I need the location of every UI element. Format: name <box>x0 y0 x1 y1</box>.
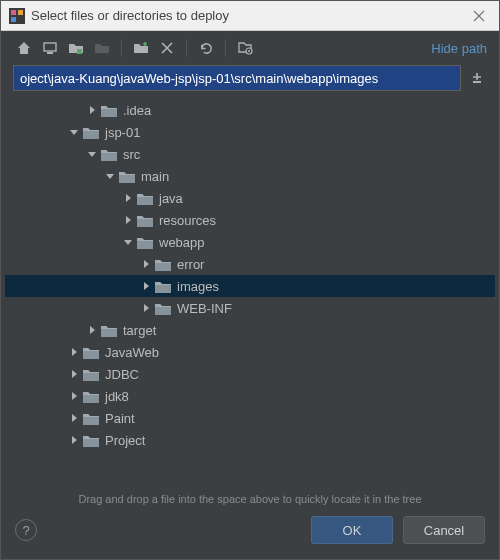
tree-row[interactable]: error <box>5 253 495 275</box>
tree-row-label: jsp-01 <box>105 125 140 140</box>
tree-row[interactable]: .idea <box>5 99 495 121</box>
folder-icon <box>83 125 99 139</box>
tree-row[interactable]: java <box>5 187 495 209</box>
folder-icon <box>137 235 153 249</box>
chevron-right-icon[interactable] <box>139 301 153 315</box>
tree-row[interactable]: Project <box>5 429 495 451</box>
chevron-right-icon[interactable] <box>85 103 99 117</box>
path-input[interactable] <box>13 65 461 91</box>
tree-row-label: JDBC <box>105 367 139 382</box>
home-icon <box>16 40 32 56</box>
chevron-right-icon[interactable] <box>85 323 99 337</box>
show-hidden-icon <box>237 40 253 56</box>
svg-rect-2 <box>18 10 23 15</box>
refresh-icon <box>199 41 214 56</box>
tree-row-label: src <box>123 147 140 162</box>
tree-row[interactable]: jsp-01 <box>5 121 495 143</box>
chevron-right-icon[interactable] <box>67 345 81 359</box>
new-folder-icon <box>133 40 149 56</box>
toolbar-separator <box>186 39 187 57</box>
path-history-button[interactable] <box>467 65 487 91</box>
folder-icon <box>155 257 171 271</box>
show-hidden-button[interactable] <box>234 37 256 59</box>
svg-rect-1 <box>11 10 16 15</box>
chevron-right-icon[interactable] <box>139 279 153 293</box>
folder-icon <box>101 323 117 337</box>
dialog-title: Select files or directories to deploy <box>31 8 461 23</box>
svg-rect-6 <box>47 52 53 54</box>
tree-row-label: images <box>177 279 219 294</box>
tree-row-label: webapp <box>159 235 205 250</box>
new-folder-button[interactable] <box>130 37 152 59</box>
tree-row-label: Paint <box>105 411 135 426</box>
tree-row[interactable]: jdk8 <box>5 385 495 407</box>
close-button[interactable] <box>467 4 491 28</box>
tree-row-label: jdk8 <box>105 389 129 404</box>
chevron-right-icon[interactable] <box>67 389 81 403</box>
folder-icon <box>119 169 135 183</box>
close-icon <box>473 10 485 22</box>
history-icon <box>470 71 484 85</box>
desktop-button[interactable] <box>39 37 61 59</box>
tree-row[interactable]: Paint <box>5 407 495 429</box>
module-folder-button <box>91 37 113 59</box>
folder-icon <box>101 103 117 117</box>
refresh-button[interactable] <box>195 37 217 59</box>
tree-row-label: Project <box>105 433 145 448</box>
chevron-right-icon[interactable] <box>67 367 81 381</box>
hint-text: Drag and drop a file into the space abov… <box>1 485 499 509</box>
tree-row[interactable]: WEB-INF <box>5 297 495 319</box>
file-tree[interactable]: .ideajsp-01srcmainjavaresourceswebapperr… <box>5 97 495 485</box>
folder-icon <box>101 147 117 161</box>
footer: ? OK Cancel <box>1 509 499 559</box>
chevron-right-icon[interactable] <box>67 411 81 425</box>
tree-row[interactable]: JDBC <box>5 363 495 385</box>
chevron-right-icon[interactable] <box>121 191 135 205</box>
tree-row[interactable]: main <box>5 165 495 187</box>
tree-row-label: JavaWeb <box>105 345 159 360</box>
tree-row-label: resources <box>159 213 216 228</box>
tree-row[interactable]: target <box>5 319 495 341</box>
tree-row[interactable]: images <box>5 275 495 297</box>
chevron-down-icon[interactable] <box>103 169 117 183</box>
folder-icon <box>137 191 153 205</box>
svg-rect-3 <box>11 17 16 22</box>
chevron-down-icon[interactable] <box>67 125 81 139</box>
app-icon <box>9 8 25 24</box>
tree-row[interactable]: src <box>5 143 495 165</box>
pathbar <box>1 65 499 97</box>
folder-icon <box>83 433 99 447</box>
delete-button[interactable] <box>156 37 178 59</box>
ok-button[interactable]: OK <box>311 516 393 544</box>
file-tree-container: .ideajsp-01srcmainjavaresourceswebapperr… <box>5 97 495 485</box>
chevron-right-icon[interactable] <box>139 257 153 271</box>
tree-row[interactable]: JavaWeb <box>5 341 495 363</box>
desktop-icon <box>42 40 58 56</box>
folder-icon <box>83 411 99 425</box>
folder-dim-icon <box>94 40 110 56</box>
tree-row-label: error <box>177 257 204 272</box>
hide-path-link[interactable]: Hide path <box>431 41 487 56</box>
toolbar-separator <box>121 39 122 57</box>
toolbar-separator <box>225 39 226 57</box>
chevron-down-icon[interactable] <box>121 235 135 249</box>
tree-row-label: target <box>123 323 156 338</box>
chevron-down-icon[interactable] <box>85 147 99 161</box>
tree-row[interactable]: resources <box>5 209 495 231</box>
svg-rect-5 <box>44 43 56 51</box>
titlebar: Select files or directories to deploy <box>1 1 499 31</box>
help-button[interactable]: ? <box>15 519 37 541</box>
folder-icon <box>155 301 171 315</box>
home-button[interactable] <box>13 37 35 59</box>
project-folder-button[interactable] <box>65 37 87 59</box>
folder-icon <box>83 345 99 359</box>
tree-row-label: java <box>159 191 183 206</box>
tree-row-label: .idea <box>123 103 151 118</box>
folder-icon <box>83 389 99 403</box>
cancel-button[interactable]: Cancel <box>403 516 485 544</box>
chevron-right-icon[interactable] <box>67 433 81 447</box>
tree-row[interactable]: webapp <box>5 231 495 253</box>
dialog: Select files or directories to deploy <box>0 0 500 560</box>
delete-icon <box>161 42 173 54</box>
chevron-right-icon[interactable] <box>121 213 135 227</box>
